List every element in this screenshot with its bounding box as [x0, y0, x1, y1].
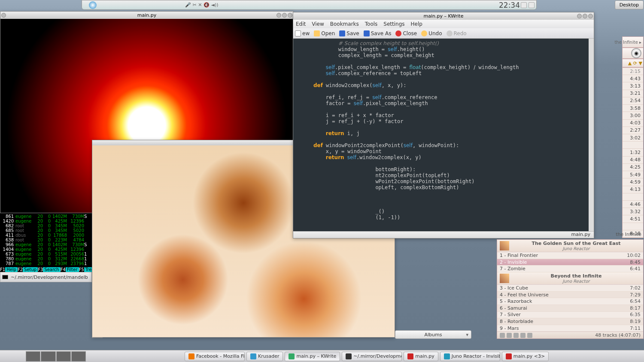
clock[interactable]: 22:34 — [499, 1, 520, 9]
music-player-playlist[interactable]: The Golden Sun of the Great EastJuno Rea… — [497, 239, 644, 339]
album-art-icon — [500, 274, 509, 283]
next-icon[interactable]: the Infinite ▸ — [614, 40, 641, 45]
album-art-icon — [500, 241, 509, 250]
track-times-list[interactable]: 2:154:433:133:212:543:583:004:032:273:02… — [622, 67, 644, 238]
hidden-track-hint: the Infinite — [616, 232, 641, 237]
code-editor[interactable]: # Scale complex height to self.height() … — [293, 39, 594, 231]
save-icon — [339, 30, 345, 36]
track-row[interactable]: 2 - Invisible8:45 — [497, 259, 643, 266]
album-header[interactable]: The Golden Sun of the Great EastJuno Rea… — [497, 240, 643, 252]
window-title: main.py – KWrite — [424, 13, 464, 19]
desktop-pager[interactable] — [26, 351, 86, 362]
nav-row[interactable]: ▲ ⟳ ▼ — [622, 59, 644, 67]
album-header[interactable]: Beyond the InfiniteJuno Reactor — [497, 272, 643, 285]
track-row[interactable]: 3 - Ice Cube7:02 — [497, 285, 643, 292]
save-button[interactable]: Save — [339, 30, 359, 36]
menu-edit[interactable]: Edit — [296, 21, 306, 27]
music-player-sidebar: the Infinite ▸ ◉ ▲ ⟳ ▼ 2:154:433:133:212… — [622, 36, 644, 238]
window-title: main.py — [137, 12, 156, 18]
kde-logo-icon[interactable] — [89, 1, 97, 9]
save-icon — [500, 333, 505, 338]
track-row[interactable]: 4 - Feel the Universe7:29 — [497, 292, 643, 299]
maximize-icon[interactable] — [282, 13, 287, 18]
app-icon — [188, 353, 194, 359]
top-panel: 🎤 ✂ ✕ 🔇 ◄)) 22:34 — [82, 0, 537, 10]
undo-icon — [520, 333, 526, 338]
task-button[interactable]: Krusader — [246, 352, 283, 361]
track-row[interactable]: 9 - Mars7:11 — [497, 325, 643, 332]
menu-help[interactable]: Help — [411, 21, 422, 27]
albums-dropdown[interactable]: Albums — [395, 330, 471, 339]
app-icon — [346, 353, 352, 359]
terminal-path: ~/.mirror/Development/mandelb — [11, 275, 88, 280]
close-icon[interactable] — [288, 13, 292, 18]
menu-settings[interactable]: Settings — [383, 21, 404, 27]
maximize-icon[interactable] — [583, 14, 587, 18]
taskbar: Facebook - Mozilla FireKrusadermain.py –… — [0, 350, 644, 362]
close-icon — [395, 30, 401, 36]
config-icon — [527, 333, 532, 338]
player-controls: the Infinite ▸ — [622, 36, 644, 48]
task-button[interactable]: Juno Reactor - Invisibl — [440, 352, 500, 361]
redo-icon — [447, 30, 453, 36]
window-titlebar[interactable]: main.py — [0, 12, 293, 19]
track-row[interactable]: 1 - Final Frontier10:02 — [497, 252, 643, 259]
track-row[interactable]: 7 - Silver6:35 — [497, 312, 643, 319]
track-row[interactable]: 6 - Samurai8:17 — [497, 305, 643, 312]
minimize-icon[interactable] — [577, 14, 582, 18]
app-icon — [250, 353, 256, 359]
task-button[interactable]: main.py — [404, 352, 438, 361]
app-icon — [407, 353, 413, 359]
show-desktop-button[interactable]: Desktop — [615, 0, 644, 9]
terminal-taskbar[interactable]: ~/.mirror/Development/mandelb — [0, 272, 92, 282]
panel-applets[interactable] — [521, 2, 535, 8]
task-button[interactable]: main.py <3> — [502, 352, 549, 361]
app-icon — [506, 353, 512, 359]
minimize-icon[interactable] — [276, 13, 281, 18]
redo-button[interactable]: Redo — [447, 30, 467, 36]
file-icon — [295, 30, 301, 36]
status-bar: main.py — [293, 231, 594, 238]
scrollbar[interactable] — [589, 39, 594, 231]
menu-tools[interactable]: Tools — [365, 21, 378, 27]
task-button[interactable]: Facebook - Mozilla Fire — [185, 352, 245, 361]
system-tray[interactable]: 🎤 ✂ ✕ 🔇 ◄)) — [185, 2, 218, 8]
playlist-footer: 48 tracks (4:07:07) — [497, 332, 643, 338]
terminal-icon — [2, 275, 8, 279]
menu-bar[interactable]: EditViewBookmarksToolsSettingsHelp — [293, 20, 594, 28]
app-icon — [289, 353, 295, 359]
window-titlebar[interactable]: main.py – KWrite — [293, 12, 594, 20]
volume-knob-icon[interactable]: ◉ — [631, 48, 641, 58]
open-button[interactable]: Open — [314, 30, 335, 36]
layout-icon — [507, 333, 512, 338]
track-row[interactable]: 5 - Razorback6:54 — [497, 298, 643, 305]
undo-icon — [421, 30, 427, 36]
toolbar: ew Open Save Save As Close Undo Redo — [293, 28, 594, 39]
new-button[interactable]: ew — [295, 30, 310, 36]
track-row[interactable]: 7 - Zombie6:41 — [497, 265, 643, 272]
task-list: Facebook - Mozilla FireKrusadermain.py –… — [185, 352, 549, 361]
task-button[interactable]: main.py – KWrite — [285, 352, 340, 361]
menu-bookmarks[interactable]: Bookmarks — [330, 21, 359, 27]
window-menu-icon[interactable] — [1, 13, 6, 18]
close-icon[interactable] — [588, 14, 593, 18]
task-button[interactable]: ~/.mirror/Development — [342, 352, 402, 361]
save-as-button[interactable]: Save As — [364, 30, 392, 36]
clear-icon — [513, 333, 519, 338]
folder-open-icon — [314, 30, 320, 36]
track-row[interactable]: 8 - Rotorblade8:19 — [497, 318, 643, 325]
menu-view[interactable]: View — [312, 21, 324, 27]
undo-button[interactable]: Undo — [421, 30, 442, 36]
kwrite-window[interactable]: main.py – KWrite EditViewBookmarksToolsS… — [293, 12, 594, 238]
save-as-icon — [364, 30, 370, 36]
close-button[interactable]: Close — [395, 30, 417, 36]
htop-terminal[interactable]: 861eugene2001402M730MS1420eugene200425M1… — [0, 213, 92, 272]
app-icon — [444, 353, 450, 359]
